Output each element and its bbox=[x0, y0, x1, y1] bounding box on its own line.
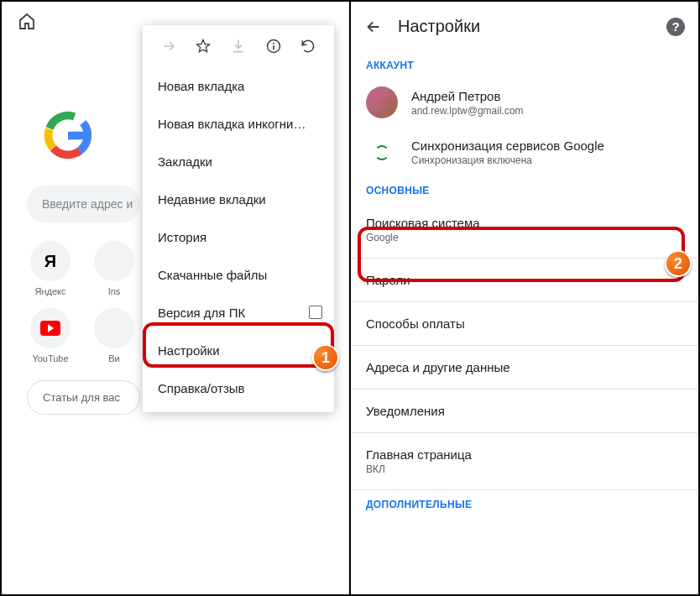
shortcut-label: Ins bbox=[108, 286, 121, 296]
reload-icon[interactable] bbox=[299, 37, 317, 55]
sync-row[interactable]: Синхронизация сервисов Google Синхрониза… bbox=[351, 128, 698, 176]
menu-help[interactable]: Справка/отзыв bbox=[143, 369, 334, 407]
shortcut-wiki[interactable]: Ви bbox=[89, 308, 139, 363]
info-icon[interactable] bbox=[264, 37, 283, 55]
menu-recent-tabs[interactable]: Недавние вкладки bbox=[143, 180, 334, 218]
row-label: Пароли bbox=[366, 273, 683, 287]
shortcut-yandex[interactable]: Я Яндекс bbox=[25, 241, 76, 296]
star-icon[interactable] bbox=[194, 37, 212, 55]
row-search-engine[interactable]: Поисковая система Google bbox=[351, 201, 698, 258]
user-name: Андрей Петров bbox=[411, 89, 683, 103]
overflow-menu: Новая вкладка Новая вкладка инкогни… Зак… bbox=[143, 25, 334, 412]
sync-icon bbox=[374, 145, 389, 160]
row-label: Уведомления bbox=[366, 404, 683, 418]
row-notifications[interactable]: Уведомления bbox=[351, 389, 698, 432]
row-label: Адреса и другие данные bbox=[366, 360, 683, 374]
menu-downloads[interactable]: Скачанные файлы bbox=[143, 256, 334, 294]
callout-badge-1: 1 bbox=[312, 344, 339, 371]
row-value: Google bbox=[366, 232, 683, 243]
section-basics: ОСНОВНЫЕ bbox=[351, 176, 698, 201]
help-icon[interactable]: ? bbox=[666, 18, 685, 36]
menu-history[interactable]: История bbox=[143, 218, 334, 256]
row-passwords[interactable]: Пароли bbox=[351, 259, 698, 301]
menu-new-incognito[interactable]: Новая вкладка инкогни… bbox=[143, 105, 334, 143]
menu-desktop-site[interactable]: Версия для ПК bbox=[143, 294, 334, 332]
shortcut-instagram[interactable]: Ins bbox=[89, 241, 139, 296]
row-addresses[interactable]: Адреса и другие данные bbox=[351, 346, 698, 389]
menu-bookmarks[interactable]: Закладки bbox=[143, 143, 334, 180]
row-label: Способы оплаты bbox=[366, 316, 683, 331]
row-value: ВКЛ bbox=[366, 463, 683, 475]
callout-badge-2: 2 bbox=[665, 250, 692, 277]
page-title: Настройки bbox=[398, 17, 651, 36]
sync-status: Синхронизация включена bbox=[411, 154, 683, 166]
home-icon[interactable] bbox=[17, 12, 37, 32]
checkbox-icon[interactable] bbox=[309, 306, 322, 319]
sync-title: Синхронизация сервисов Google bbox=[411, 139, 683, 153]
menu-new-tab[interactable]: Новая вкладка bbox=[143, 67, 334, 105]
account-row[interactable]: Андрей Петров and.rew.lptw@gmail.com bbox=[351, 76, 698, 128]
youtube-icon bbox=[40, 321, 60, 336]
row-label: Главная страница bbox=[366, 447, 683, 462]
menu-settings[interactable]: Настройки bbox=[143, 332, 334, 369]
feed-chip[interactable]: Статьи для вас bbox=[27, 380, 140, 415]
shortcut-label: Ви bbox=[108, 353, 119, 363]
section-account: АККАУНТ bbox=[351, 51, 698, 76]
settings-pane: Настройки ? АККАУНТ Андрей Петров and.re… bbox=[351, 2, 698, 594]
shortcut-youtube[interactable]: YouTube bbox=[25, 308, 76, 363]
shortcut-label: Яндекс bbox=[35, 286, 66, 296]
svg-rect-4 bbox=[68, 132, 90, 140]
browser-pane: Введите адрес и Я Яндекс Ins YouTube Ви … bbox=[2, 2, 349, 594]
row-homepage[interactable]: Главная страница ВКЛ bbox=[351, 433, 698, 489]
shortcut-label: YouTube bbox=[32, 353, 68, 363]
omnibox[interactable]: Введите адрес и bbox=[27, 186, 140, 222]
section-advanced: ДОПОЛНИТЕЛЬНЫЕ bbox=[351, 490, 698, 515]
user-email: and.rew.lptw@gmail.com bbox=[411, 105, 683, 117]
avatar bbox=[366, 86, 398, 118]
back-icon[interactable] bbox=[364, 18, 383, 36]
download-icon[interactable] bbox=[229, 37, 248, 55]
row-payments[interactable]: Способы оплаты bbox=[351, 302, 698, 345]
forward-icon[interactable] bbox=[159, 37, 178, 55]
svg-point-6 bbox=[273, 43, 274, 44]
menu-item-label: Версия для ПК bbox=[158, 306, 245, 320]
row-label: Поисковая система bbox=[366, 216, 683, 230]
svg-rect-7 bbox=[273, 45, 274, 50]
